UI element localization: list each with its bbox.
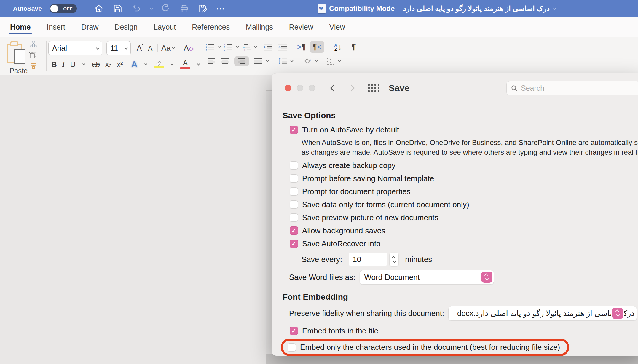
save-every-unit: minutes xyxy=(405,255,432,264)
font-color-chevron-icon[interactable] xyxy=(197,62,200,65)
back-button[interactable] xyxy=(330,85,337,92)
numbered-list-icon[interactable]: 123 xyxy=(223,43,233,51)
save-icon[interactable] xyxy=(112,3,124,15)
font-color-button[interactable]: A xyxy=(180,59,190,69)
checkbox-background-saves[interactable]: ✓ xyxy=(290,226,298,235)
option-label: Save data only for forms (current docume… xyxy=(302,200,469,209)
show-all-preferences-icon[interactable] xyxy=(368,84,380,92)
decrease-indent-icon[interactable] xyxy=(264,43,273,51)
save-as-value: Word Document xyxy=(364,273,420,282)
checkbox-save-preview-picture[interactable] xyxy=(290,213,298,222)
shading-bucket-icon[interactable] xyxy=(303,57,312,65)
change-case-chevron-icon[interactable] xyxy=(172,46,175,49)
format-painter-icon[interactable] xyxy=(30,63,37,70)
numbered-list-chevron-icon[interactable] xyxy=(236,45,239,48)
tab-home[interactable]: Home xyxy=(9,19,31,36)
text-effects-button[interactable]: A xyxy=(131,59,138,69)
checkbox-embed-only-used-characters[interactable] xyxy=(288,343,296,352)
title-chevron-icon[interactable] xyxy=(553,7,556,10)
zoom-window-button[interactable] xyxy=(309,85,315,91)
subscript-button[interactable]: x₂ xyxy=(105,60,111,68)
rtl-paragraph-button[interactable]: ¶< xyxy=(310,41,324,53)
line-spacing-chevron-icon[interactable] xyxy=(290,59,293,62)
sort-button[interactable]: AZ ↓ xyxy=(334,42,342,52)
tab-draw[interactable]: Draw xyxy=(81,19,99,36)
align-center-icon[interactable] xyxy=(221,58,229,65)
font-group: Arial 11 Aˆ Aˇ Aa A B I U ab x₂ x² A xyxy=(48,37,201,75)
font-size-select[interactable]: 11 xyxy=(106,41,131,55)
bold-button[interactable]: B xyxy=(51,60,57,69)
grow-font-button[interactable]: Aˆ xyxy=(137,44,143,53)
change-case-button[interactable]: Aa xyxy=(161,44,171,53)
option-row: ✓ Embed fonts in the file xyxy=(272,324,638,337)
borders-chevron-icon[interactable] xyxy=(338,59,341,62)
more-commands-icon[interactable]: ⋯ xyxy=(216,7,226,10)
home-icon[interactable] xyxy=(93,3,105,15)
multilevel-list-icon[interactable]: 1ai xyxy=(241,43,251,51)
ltr-paragraph-button[interactable]: >¶ xyxy=(297,42,306,52)
bullet-list-icon[interactable] xyxy=(205,43,215,51)
save-as-row: Save Word files as: Word Document xyxy=(272,269,638,285)
justify-icon[interactable] xyxy=(254,58,263,65)
tab-layout[interactable]: Layout xyxy=(153,19,176,36)
align-right-icon[interactable] xyxy=(234,56,249,66)
align-chevron-icon[interactable] xyxy=(266,59,269,62)
font-embedding-heading: Font Embedding xyxy=(283,292,638,302)
highlight-chevron-icon[interactable] xyxy=(170,62,173,65)
save-as-dropdown[interactable]: Word Document xyxy=(360,270,494,285)
checkbox-autosave-default[interactable]: ✓ xyxy=(290,126,298,134)
tab-mailings[interactable]: Mailings xyxy=(245,19,274,36)
shading-chevron-icon[interactable] xyxy=(315,59,318,62)
tab-design[interactable]: Design xyxy=(114,19,138,36)
print-icon[interactable] xyxy=(178,3,190,15)
checkbox-autorecover[interactable]: ✓ xyxy=(290,240,298,248)
save-every-input[interactable]: 10 xyxy=(349,253,387,266)
checkbox-save-forms-data[interactable] xyxy=(290,200,298,209)
autosave-toggle[interactable]: OFF xyxy=(50,4,77,13)
checkbox-prompt-normal-template[interactable] xyxy=(290,174,298,183)
undo-chevron-icon xyxy=(150,7,153,10)
search-field[interactable] xyxy=(506,81,638,95)
tab-review[interactable]: Review xyxy=(288,19,314,36)
borders-icon[interactable] xyxy=(326,57,335,65)
strikethrough-button[interactable]: ab xyxy=(92,60,100,68)
text-effects-chevron-icon[interactable] xyxy=(144,62,147,65)
copy-icon[interactable] xyxy=(30,51,37,59)
close-window-button[interactable] xyxy=(285,85,291,91)
align-left-icon[interactable] xyxy=(207,58,216,65)
font-name-select[interactable]: Arial xyxy=(48,41,102,55)
minimize-window-button[interactable] xyxy=(297,85,303,91)
save-every-stepper[interactable] xyxy=(390,253,398,266)
underline-button[interactable]: U xyxy=(70,60,76,69)
save-every-row: Save every: 10 minutes xyxy=(272,251,638,267)
save-as-icon[interactable] xyxy=(197,3,209,15)
dialog-title: Save xyxy=(389,83,409,93)
paste-button[interactable]: Paste xyxy=(7,41,28,75)
bullet-list-chevron-icon[interactable] xyxy=(218,45,221,48)
increase-indent-icon[interactable] xyxy=(278,43,287,51)
title-separator: - xyxy=(398,4,400,13)
checkbox-prompt-doc-properties[interactable] xyxy=(290,187,298,196)
italic-button[interactable]: I xyxy=(62,60,65,69)
search-icon xyxy=(511,85,518,92)
show-marks-button[interactable]: ¶ xyxy=(352,42,356,52)
preserve-fidelity-dropdown[interactable]: درک اساسی از هنرمند پائولا رگو دو پایه ا… xyxy=(448,306,637,321)
clear-formatting-button[interactable]: A xyxy=(184,44,193,53)
checkbox-backup-copy[interactable] xyxy=(290,161,298,170)
preserve-fidelity-label: Preserve fidelity when sharing this docu… xyxy=(289,309,444,318)
underline-chevron-icon[interactable] xyxy=(82,62,85,65)
cut-icon[interactable] xyxy=(30,41,37,48)
tab-view[interactable]: View xyxy=(329,19,346,36)
dialog-header: Save xyxy=(272,73,638,103)
tab-references[interactable]: References xyxy=(191,19,230,36)
highlight-color-button[interactable] xyxy=(154,60,164,68)
multilevel-list-chevron-icon[interactable] xyxy=(254,45,257,48)
shrink-font-button[interactable]: Aˇ xyxy=(148,44,154,52)
search-input[interactable] xyxy=(521,84,622,92)
word-document-icon xyxy=(318,4,326,13)
tab-insert[interactable]: Insert xyxy=(46,19,66,36)
checkbox-embed-fonts[interactable]: ✓ xyxy=(290,327,298,335)
line-spacing-icon[interactable] xyxy=(278,57,287,65)
superscript-button[interactable]: x² xyxy=(117,60,123,68)
paragraph-group: 123 1ai >¶ ¶< AZ ↓ xyxy=(205,37,356,75)
